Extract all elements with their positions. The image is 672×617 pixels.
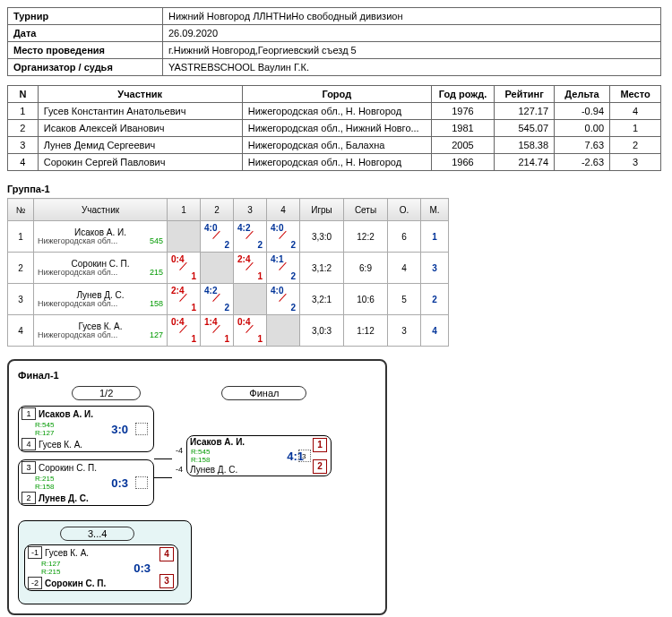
- fourth-label: -4: [176, 446, 183, 455]
- score-cell: 4:2／2: [201, 284, 234, 315]
- cell-delta: 7.63: [555, 137, 610, 154]
- group-row: 4Гусев К. А.Нижегородская обл...1270:4／1…: [8, 315, 449, 347]
- group-col: О.: [388, 199, 421, 221]
- cell-year: 2005: [431, 137, 494, 154]
- cell-rating: 158.38: [495, 137, 555, 154]
- group-title: Группа-1: [7, 184, 665, 194]
- score-cell: 2:4／1: [234, 253, 267, 284]
- seed: -2: [28, 577, 42, 589]
- col-city: Город: [242, 86, 431, 103]
- group-col: Участник: [34, 199, 168, 221]
- cell-o: 4: [388, 253, 421, 284]
- score-cell: 4:2／2: [234, 221, 267, 253]
- place-2: 2: [313, 459, 327, 474]
- cell-delta: -0.94: [555, 103, 610, 120]
- cell-o: 5: [388, 284, 421, 315]
- bracket-box: Финал-1 1/2 Финал 1Исаков А. И. R:545 R:…: [7, 359, 387, 615]
- value-venue: г.Нижний Новгород,Георгиевский съезд 5: [163, 42, 661, 59]
- place-4: 4: [159, 547, 174, 561]
- player: Исаков А. И.: [39, 409, 151, 419]
- row-participant: Гусев К. А.Нижегородская обл...127: [34, 315, 168, 347]
- score: 3:0: [111, 423, 128, 436]
- cell-games: 3,3:0: [300, 221, 344, 253]
- table-row: 3Лунев Демид СергеевичНижегородская обл.…: [8, 137, 661, 154]
- score-cell: 0:4／1: [168, 315, 201, 347]
- third-place-box: 3...4 -1Гусев К. А. R:127 R:215 -2Сороки…: [18, 520, 192, 604]
- cell-sets: 12:2: [344, 221, 388, 253]
- score-cell: 4:0／2: [267, 284, 300, 315]
- match-semi2: 3Сорокин С. П. R:215 R:158 2Лунев Д. С. …: [18, 459, 154, 506]
- diag-cell: [201, 253, 234, 284]
- group-col: Игры: [300, 199, 344, 221]
- cell-year: 1966: [431, 154, 494, 171]
- cell-city: Нижегородская обл., Н. Новгород: [242, 154, 431, 171]
- group-col: 3: [234, 199, 267, 221]
- cell-games: 3,1:2: [300, 253, 344, 284]
- round-semi-label: 1/2: [72, 386, 141, 400]
- place-3: 3: [159, 574, 174, 588]
- row-participant: Лунев Д. С.Нижегородская обл...158: [34, 284, 168, 315]
- col-name: Участник: [38, 86, 242, 103]
- cell-rating: 127.17: [495, 103, 555, 120]
- match-semi1: 1Исаков А. И. R:545 R:127 4Гусев К. А. 3…: [18, 406, 154, 452]
- score: 0:3: [134, 561, 151, 575]
- row-num: 4: [8, 315, 34, 347]
- cell-place: 4: [610, 103, 661, 120]
- cell-o: 3: [388, 315, 421, 347]
- group-col: 1: [168, 199, 201, 221]
- score-cell: 1:4／1: [201, 315, 234, 347]
- row-num: 1: [8, 221, 34, 253]
- player: Лунев Д. С.: [190, 465, 328, 475]
- cell-n: 1: [8, 103, 39, 120]
- table-row: 4Сорокин Сергей ПавловичНижегородская об…: [8, 154, 661, 171]
- seed: -1: [28, 546, 42, 559]
- value-tournament: Нижний Новгород ЛЛНТНиНо свободный дивиз…: [163, 8, 661, 25]
- group-col: 4: [267, 199, 300, 221]
- cell-place: 1: [421, 221, 449, 253]
- cell-rating: 214.74: [495, 154, 555, 171]
- match-final: Исаков А. И. R:545 R:158 Лунев Д. С. 4:1…: [186, 435, 332, 476]
- bracket-title: Финал-1: [18, 370, 376, 381]
- score-cell: 2:4／1: [168, 284, 201, 315]
- table-row: 2Исаков Алексей ИвановичНижегородская об…: [8, 120, 661, 137]
- cell-games: 3,2:1: [300, 284, 344, 315]
- player: Исаков А. И.: [190, 437, 328, 447]
- cell-name: Исаков Алексей Иванович: [38, 120, 242, 137]
- seed: 1: [22, 407, 36, 420]
- value-date: 26.09.2020: [163, 25, 661, 42]
- diag-cell: [234, 284, 267, 315]
- player: Сорокин С. П.: [45, 578, 175, 588]
- dotted-box: 3: [298, 450, 311, 462]
- group-table: №Участник1234ИгрыСетыО.М. 1Исаков А. И.Н…: [7, 198, 449, 347]
- round-34-label: 3...4: [60, 527, 134, 541]
- player: Гусев К. А.: [39, 440, 151, 450]
- fourth-label: -4: [176, 465, 183, 474]
- player: Сорокин С. П.: [39, 463, 151, 473]
- cell-place: 4: [421, 315, 449, 347]
- label-date: Дата: [8, 25, 163, 42]
- cell-n: 4: [8, 154, 39, 171]
- col-n: N: [8, 86, 39, 103]
- dotted-box: [135, 423, 148, 435]
- cell-year: 1976: [431, 103, 494, 120]
- cell-delta: 0.00: [555, 120, 610, 137]
- rating: R:127: [41, 560, 177, 568]
- player: Лунев Д. С.: [39, 493, 151, 503]
- info-table: ТурнирНижний Новгород ЛЛНТНиНо свободный…: [7, 7, 661, 76]
- cell-name: Гусев Константин Анатольевич: [38, 103, 242, 120]
- score-cell: 4:0／2: [201, 221, 234, 253]
- score-cell: 0:4／1: [168, 253, 201, 284]
- group-row: 3Лунев Д. С.Нижегородская обл...1582:4／1…: [8, 284, 449, 315]
- cell-n: 3: [8, 137, 39, 154]
- group-row: 2Сорокин С. П.Нижегородская обл...2150:4…: [8, 253, 449, 284]
- rating: R:215: [41, 568, 177, 576]
- cell-city: Нижегородская обл., Балахна: [242, 137, 431, 154]
- seed: 2: [22, 492, 36, 504]
- score-cell: 4:1／2: [267, 253, 300, 284]
- cell-city: Нижегородская обл., Н. Новгород: [242, 103, 431, 120]
- col-delta: Дельта: [555, 86, 610, 103]
- value-org: YASTREBSCHOOL Ваулин Г.К.: [163, 59, 661, 76]
- label-org: Организатор / судья: [8, 59, 163, 76]
- cell-name: Сорокин Сергей Павлович: [38, 154, 242, 171]
- cell-city: Нижегородская обл., Нижний Новго...: [242, 120, 431, 137]
